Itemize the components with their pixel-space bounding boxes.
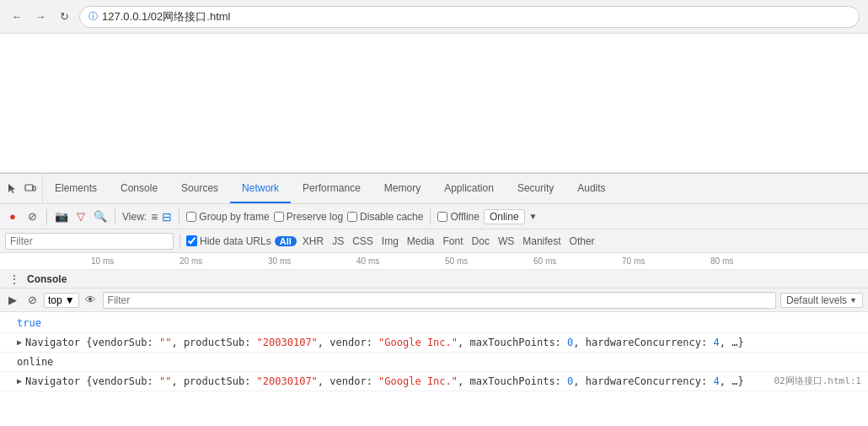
url-text: 127.0.0.1/02网络接口.html	[102, 9, 230, 24]
ruler-tick-50ms: 50 ms	[445, 256, 468, 266]
screenshot-button[interactable]: 📷	[54, 209, 69, 224]
filter-input[interactable]	[5, 233, 174, 250]
ruler-tick-40ms: 40 ms	[356, 256, 379, 266]
default-levels-dropdown[interactable]: Default levels ▼	[780, 293, 863, 308]
ruler-tick-80ms: 80 ms	[710, 256, 733, 266]
disable-cache-checkbox[interactable]	[347, 212, 357, 222]
devtools-tabs-row: Elements Console Sources Network Perform…	[0, 174, 868, 204]
svg-rect-1	[33, 186, 35, 191]
context-dropdown-arrow: ▼	[65, 294, 75, 306]
ruler-tick-70ms: 70 ms	[622, 256, 645, 266]
timeline-ruler: 10 ms 20 ms 30 ms 40 ms 50 ms 60 ms 70 m…	[0, 253, 868, 270]
tab-security[interactable]: Security	[506, 174, 565, 203]
cursor-icon[interactable]	[5, 182, 19, 196]
filter-ws[interactable]: WS	[496, 235, 517, 247]
filter-other[interactable]: Other	[567, 235, 597, 247]
devtools-panel: Elements Console Sources Network Perform…	[0, 173, 868, 426]
search-button[interactable]: 🔍	[93, 209, 108, 224]
context-selector[interactable]: top ▼	[44, 293, 79, 308]
console-expand-arrow-1[interactable]: ▶	[17, 335, 22, 350]
tab-sources[interactable]: Sources	[169, 174, 230, 203]
console-line-3: online	[0, 353, 868, 372]
ruler-tick-60ms: 60 ms	[533, 256, 556, 266]
hide-data-urls-label[interactable]: Hide data URLs	[186, 235, 271, 247]
console-block-button[interactable]: ⊘	[24, 293, 40, 308]
reload-button[interactable]: ↻	[56, 8, 72, 25]
devtools-icons-left	[0, 174, 43, 203]
svg-rect-0	[25, 185, 33, 191]
group-by-frame-checkbox[interactable]	[186, 212, 196, 222]
context-label: top	[48, 294, 62, 306]
ruler-tick-30ms: 30 ms	[268, 256, 291, 266]
filter-js[interactable]: JS	[330, 235, 346, 247]
filter-media[interactable]: Media	[405, 235, 437, 247]
filter-button[interactable]: ▽	[73, 209, 88, 224]
filter-doc[interactable]: Doc	[469, 235, 492, 247]
tab-application[interactable]: Application	[432, 174, 506, 203]
record-button[interactable]: ●	[5, 209, 20, 224]
console-title: Console	[27, 273, 67, 285]
group-by-frame-label[interactable]: Group by frame	[186, 211, 269, 223]
console-value-true: true	[17, 315, 41, 331]
console-panel-header: ⋮ Console	[0, 270, 868, 288]
default-levels-label: Default levels	[786, 294, 847, 306]
device-toggle-icon[interactable]	[24, 182, 37, 196]
console-line-2: ▶ Navigator {vendorSub: "", productSub: …	[0, 333, 868, 353]
devtools-tabs: Elements Console Sources Network Perform…	[43, 174, 868, 203]
forward-button[interactable]: →	[32, 8, 49, 25]
stop-button[interactable]: ⊘	[24, 209, 40, 224]
view-label: View:	[122, 211, 147, 223]
tab-memory[interactable]: Memory	[372, 174, 432, 203]
console-expand-arrow-2[interactable]: ▶	[17, 374, 22, 389]
tab-elements[interactable]: Elements	[43, 174, 109, 203]
filter-xhr[interactable]: XHR	[300, 235, 326, 247]
offline-label[interactable]: Offline	[437, 211, 479, 223]
console-line-4: ▶ Navigator {vendorSub: "", productSub: …	[0, 372, 868, 391]
page-content-area	[0, 34, 868, 173]
hide-data-urls-checkbox[interactable]	[186, 235, 197, 246]
network-toolbar: ● ⊘ 📷 ▽ 🔍 View: ≡ ⊟ Group by frame Prese…	[0, 204, 868, 229]
console-filter-input[interactable]	[103, 292, 776, 309]
preserve-log-label[interactable]: Preserve log	[274, 211, 343, 223]
filter-font[interactable]: Font	[441, 235, 466, 247]
online-badge[interactable]: Online	[484, 209, 525, 224]
toolbar-separator-3	[179, 209, 179, 224]
tab-audits[interactable]: Audits	[565, 174, 617, 203]
tab-network[interactable]: Network	[230, 174, 291, 203]
console-dots-menu[interactable]: ⋮	[8, 272, 20, 286]
preserve-log-checkbox[interactable]	[274, 212, 284, 222]
disable-cache-label[interactable]: Disable cache	[347, 211, 423, 223]
console-output: true ▶ Navigator {vendorSub: "", product…	[0, 312, 868, 426]
security-icon: ⓘ	[88, 10, 98, 23]
filter-separator	[179, 234, 180, 249]
levels-dropdown-arrow: ▼	[849, 296, 857, 305]
address-bar[interactable]: ⓘ 127.0.0.1/02网络接口.html	[79, 6, 860, 28]
toolbar-separator-2	[115, 209, 115, 224]
ruler-tick-10ms: 10 ms	[91, 256, 114, 266]
tab-performance[interactable]: Performance	[291, 174, 372, 203]
back-button[interactable]: ←	[8, 8, 25, 25]
offline-checkbox[interactable]	[437, 212, 447, 222]
console-value-online: online	[17, 354, 53, 369]
filter-css[interactable]: CSS	[350, 235, 376, 247]
filter-manifest[interactable]: Manifest	[520, 235, 563, 247]
waterfall-view-icon[interactable]: ⊟	[162, 210, 172, 224]
console-line-1: true	[0, 314, 868, 333]
console-toolbar: ▶ ⊘ top ▼ 👁 Default levels ▼	[0, 288, 868, 312]
browser-chrome: ← → ↻ ⓘ 127.0.0.1/02网络接口.html	[0, 0, 868, 34]
filter-img[interactable]: Img	[379, 235, 401, 247]
filter-row: Hide data URLs All XHR JS CSS Img Media …	[0, 229, 868, 253]
ruler-tick-20ms: 20 ms	[179, 256, 202, 266]
console-file-ref[interactable]: 02网络接口.html:1	[774, 374, 861, 389]
toolbar-separator-1	[46, 209, 47, 224]
console-play-button[interactable]: ▶	[5, 293, 20, 308]
list-view-icon[interactable]: ≡	[151, 210, 158, 224]
online-dropdown-arrow[interactable]: ▼	[529, 212, 538, 221]
all-filter-badge[interactable]: All	[275, 236, 297, 246]
toolbar-separator-4	[430, 209, 431, 224]
console-eye-button[interactable]: 👁	[83, 293, 99, 308]
tab-console[interactable]: Console	[109, 174, 169, 203]
